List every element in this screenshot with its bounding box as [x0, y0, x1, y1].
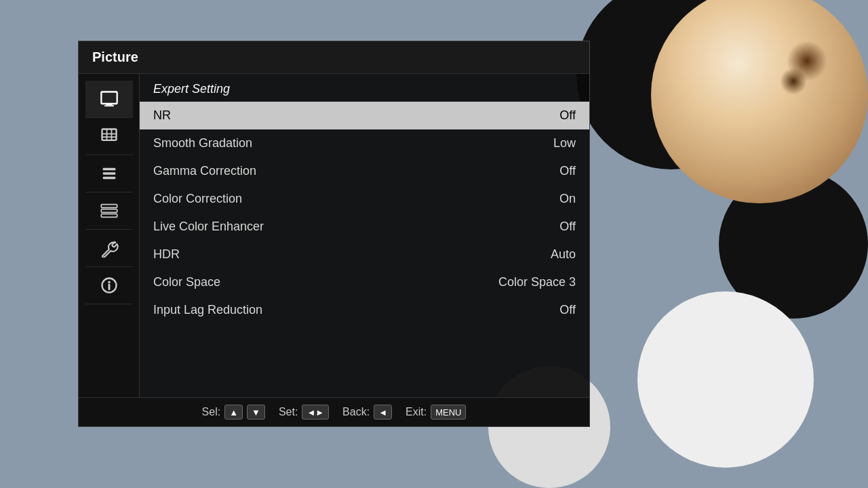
setting-row-color-correction[interactable]: Color Correction On [140, 185, 589, 213]
sidebar-item-tools[interactable] [85, 155, 133, 192]
set-label: Set: [279, 406, 298, 418]
set-key: ◄► [302, 405, 329, 420]
setting-label-hdr: HDR [153, 247, 551, 262]
title-bar: Picture [79, 41, 589, 74]
setting-value-smooth-gradation: Low [553, 136, 576, 150]
setting-value-input-lag-reduction: Off [559, 303, 576, 317]
setting-row-live-color-enhancer[interactable]: Live Color Enhancer Off [140, 213, 589, 241]
sidebar-item-wrench[interactable] [85, 230, 133, 267]
setting-value-color-space: Color Space 3 [498, 275, 576, 289]
setting-label-color-space: Color Space [153, 275, 498, 289]
settings-panel: Expert Setting NR Off Smooth Gradation L… [140, 74, 589, 397]
section-header: Expert Setting [140, 74, 589, 102]
tools-icon [100, 164, 119, 183]
setting-label-nr: NR [153, 108, 559, 123]
sidebar-item-info[interactable] [85, 267, 133, 304]
setting-label-live-color-enhancer: Live Color Enhancer [153, 220, 559, 234]
sidebar-item-picture[interactable] [85, 81, 133, 118]
setting-value-live-color-enhancer: Off [559, 220, 576, 234]
menu-title: Picture [92, 49, 138, 64]
svg-rect-10 [102, 177, 115, 180]
back-label: Back: [342, 406, 370, 418]
content-area: Expert Setting NR Off Smooth Gradation L… [79, 74, 589, 397]
exit-key: MENU [431, 405, 466, 420]
sidebar-item-list[interactable] [85, 192, 133, 230]
svg-rect-2 [104, 105, 114, 106]
svg-point-16 [108, 281, 111, 284]
up-key: ▲ [224, 405, 243, 420]
setting-label-smooth-gradation: Smooth Gradation [153, 136, 553, 150]
setting-row-input-lag-reduction[interactable]: Input Lag Reduction Off [140, 296, 589, 324]
setting-label-input-lag-reduction: Input Lag Reduction [153, 303, 559, 317]
setting-value-color-correction: On [559, 192, 576, 206]
sel-label: Sel: [202, 406, 221, 418]
tv-menu: Picture [78, 41, 590, 427]
nav-sel-group: Sel: ▲ ▼ [202, 405, 265, 420]
setting-value-hdr: Auto [551, 247, 576, 262]
sidebar-item-screen[interactable] [85, 118, 133, 155]
back-key: ◄ [374, 405, 392, 420]
svg-rect-13 [101, 214, 117, 218]
exit-label: Exit: [406, 406, 427, 418]
setting-value-gamma-correction: Off [559, 164, 576, 178]
setting-label-gamma-correction: Gamma Correction [153, 164, 559, 178]
nav-exit-group: Exit: MENU [406, 405, 466, 420]
sidebar [79, 74, 140, 397]
nav-set-group: Set: ◄► [279, 405, 329, 420]
svg-rect-12 [101, 209, 117, 213]
svg-rect-11 [101, 205, 117, 208]
picture-icon [100, 89, 119, 108]
list-icon [100, 201, 119, 220]
svg-rect-9 [102, 172, 115, 175]
nav-back-group: Back: ◄ [342, 405, 392, 420]
setting-row-gamma-correction[interactable]: Gamma Correction Off [140, 157, 589, 185]
screen-icon [100, 127, 119, 146]
setting-row-smooth-gradation[interactable]: Smooth Gradation Low [140, 129, 589, 157]
svg-rect-1 [106, 104, 112, 105]
setting-row-color-space[interactable]: Color Space Color Space 3 [140, 268, 589, 296]
setting-value-nr: Off [559, 108, 576, 123]
down-key: ▼ [247, 405, 265, 420]
bg-moon-circle [651, 0, 868, 203]
wrench-icon [100, 239, 119, 258]
svg-rect-3 [102, 129, 116, 140]
bg-circle-light-1 [637, 291, 814, 468]
setting-label-color-correction: Color Correction [153, 192, 559, 206]
setting-row-hdr[interactable]: HDR Auto [140, 241, 589, 268]
svg-rect-8 [102, 168, 115, 171]
svg-rect-0 [101, 92, 117, 104]
setting-row-nr[interactable]: NR Off [140, 102, 589, 129]
info-icon [100, 276, 119, 295]
bottom-bar: Sel: ▲ ▼ Set: ◄► Back: ◄ Exit: MENU [79, 397, 589, 426]
settings-list: NR Off Smooth Gradation Low Gamma Correc… [140, 102, 589, 397]
